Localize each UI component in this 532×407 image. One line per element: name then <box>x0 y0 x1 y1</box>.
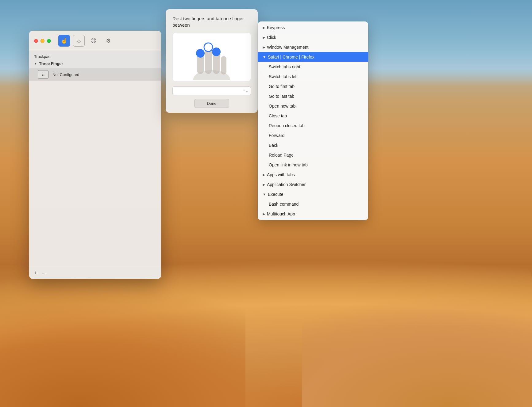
command-icon: ⌘ <box>91 37 96 44</box>
menu-item-reopen-closed-tab[interactable]: Reopen closed tab <box>258 121 368 131</box>
menu-item-label: Forward <box>269 133 284 138</box>
arrow-right-icon: ▶ <box>263 212 265 216</box>
svg-point-7 <box>212 48 221 56</box>
menu-item-label: Application Switcher <box>267 182 306 187</box>
gear-icon: ⚙ <box>106 37 111 44</box>
svg-point-6 <box>204 43 213 51</box>
menu-item-label: Back <box>269 143 278 148</box>
tag-icon-btn[interactable]: ◇ <box>73 35 85 47</box>
gesture-dropdown-row: Safari | Chrome | Firefox ⌃⌄ <box>166 86 258 95</box>
menu-item-forward[interactable]: Forward <box>258 131 368 140</box>
menu-item-label: Open new tab <box>269 104 295 108</box>
traffic-lights <box>34 39 51 43</box>
menu-item-label: Multitouch App <box>267 211 295 216</box>
menu-item-label: Click <box>267 35 276 40</box>
menu-item-go-to-last-tab[interactable]: Go to last tab <box>258 91 368 101</box>
gesture-item-icon: ⠿ <box>38 70 49 79</box>
gesture-description: Rest two fingers and tap one finger betw… <box>166 9 258 32</box>
gesture-popup-footer: Done <box>166 95 258 113</box>
action-select[interactable]: Safari | Chrome | Firefox <box>172 86 251 95</box>
menu-item-label: Reload Page <box>269 153 294 158</box>
menu-item-label: Execute <box>268 192 283 197</box>
menu-item-label: Bash command <box>269 202 299 207</box>
menu-item-back[interactable]: Back <box>258 140 368 150</box>
sidebar-section: ▼ Three Finger <box>29 60 161 68</box>
menu-item-switch-tabs-left[interactable]: Switch tabs left <box>258 72 368 82</box>
menu-item-label: Reopen closed tab <box>269 123 305 128</box>
arrow-right-icon: ▶ <box>263 45 265 49</box>
menu-item-switch-tabs-right[interactable]: Switch tabs right <box>258 62 368 72</box>
sidebar-footer: + − <box>29 267 161 279</box>
menu-item-open-new-tab[interactable]: Open new tab <box>258 101 368 111</box>
svg-rect-4 <box>221 56 226 74</box>
menu-item-label: Window Management <box>267 45 308 50</box>
menu-item-label: Open link in new tab <box>269 162 308 167</box>
menu-item-keypress[interactable]: ▶ Keypress <box>258 23 368 32</box>
tag-icon: ◇ <box>77 38 81 44</box>
close-button[interactable] <box>34 39 38 43</box>
menu-item-click[interactable]: ▶ Click <box>258 32 368 42</box>
arrow-down-icon: ▼ <box>263 55 266 59</box>
toolbar-icons: ☝ ◇ ⌘ ⚙ <box>58 35 114 47</box>
sidebar-item-not-configured[interactable]: ⠿ Not Configured <box>29 68 161 81</box>
sidebar-content <box>29 81 161 267</box>
menu-item-go-to-first-tab[interactable]: Go to first tab <box>258 82 368 91</box>
menu-item-reload-page[interactable]: Reload Page <box>258 150 368 160</box>
svg-point-5 <box>196 49 205 58</box>
dropdown-wrapper[interactable]: Safari | Chrome | Firefox ⌃⌄ <box>172 86 251 95</box>
menu-item-open-link-in-new-tab[interactable]: Open link in new tab <box>258 160 368 170</box>
add-button[interactable]: + <box>34 270 37 276</box>
sidebar-panel: ☝ ◇ ⌘ ⚙ Trackpad ▼ Three Finger ⠿ Not Co… <box>29 31 161 279</box>
menu-item-application-switcher[interactable]: ▶ Application Switcher <box>258 180 368 189</box>
menu-item-apps-with-tabs[interactable]: ▶ Apps with tabs <box>258 170 368 180</box>
gesture-image <box>172 32 251 82</box>
section-label: Three Finger <box>39 61 63 66</box>
gesture-popup: Rest two fingers and tap one finger betw… <box>166 9 258 113</box>
menu-item-window-management[interactable]: ▶ Window Management <box>258 42 368 52</box>
titlebar: ☝ ◇ ⌘ ⚙ <box>29 31 161 51</box>
arrow-right-icon: ▶ <box>263 26 265 30</box>
dune3 <box>302 269 532 407</box>
menu-item-close-tab[interactable]: Close tab <box>258 111 368 121</box>
dots-icon: ⠿ <box>42 72 45 77</box>
action-dropdown-menu: ▶ Keypress ▶ Click ▶ Window Management ▼… <box>258 21 368 220</box>
menu-item-label: Close tab <box>269 113 287 118</box>
menu-item-multitouch-app[interactable]: ▶ Multitouch App <box>258 209 368 219</box>
item-label: Not Configured <box>52 72 79 77</box>
done-button[interactable]: Done <box>194 99 229 108</box>
menu-item-execute[interactable]: ▼ Execute <box>258 189 368 199</box>
hand-icon-btn[interactable]: ☝ <box>58 35 70 47</box>
gesture-svg <box>178 34 245 80</box>
menu-item-label: Keypress <box>267 25 285 30</box>
menu-item-label: Go to last tab <box>269 94 294 99</box>
hand-icon: ☝ <box>61 37 67 44</box>
menu-item-safari-chrome-firefox[interactable]: ▼ Safari | Chrome | Firefox <box>258 52 368 62</box>
menu-item-label: Apps with tabs <box>267 172 295 177</box>
sidebar-title: Trackpad <box>29 51 161 60</box>
menu-item-label: Safari | Chrome | Firefox <box>268 55 314 59</box>
arrow-right-icon: ▶ <box>263 183 265 187</box>
menu-item-label: Switch tabs left <box>269 74 298 79</box>
arrow-down-icon: ▼ <box>263 192 266 196</box>
arrow-right-icon: ▶ <box>263 173 265 177</box>
chevron-down-icon: ▼ <box>34 62 37 65</box>
menu-item-bash-command[interactable]: Bash command <box>258 199 368 209</box>
menu-item-label: Switch tabs right <box>269 64 300 69</box>
gear-icon-btn[interactable]: ⚙ <box>102 35 114 47</box>
fullscreen-button[interactable] <box>47 39 51 43</box>
remove-button[interactable]: − <box>42 270 45 276</box>
arrow-right-icon: ▶ <box>263 36 265 40</box>
minimize-button[interactable] <box>40 39 44 43</box>
command-icon-btn[interactable]: ⌘ <box>88 35 99 47</box>
menu-item-label: Go to first tab <box>269 84 295 89</box>
